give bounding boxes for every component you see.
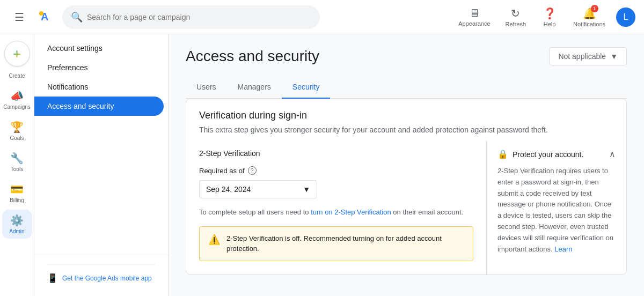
help-tooltip-icon[interactable]: ? [248, 166, 257, 175]
nav-item-preferences[interactable]: Preferences [34, 58, 164, 77]
mobile-app-link[interactable]: 📱 Get the Google Ads mobile app [47, 273, 155, 283]
lock-icon: 🔒 [497, 149, 508, 159]
notifications-button[interactable]: 🔔 1 Notifications [567, 4, 612, 31]
tools-label: Tools [11, 166, 23, 172]
tab-security[interactable]: Security [282, 76, 331, 99]
tools-icon: 🔧 [10, 152, 24, 165]
appearance-icon: 🖥 [469, 7, 480, 19]
collapse-icon[interactable]: ∧ [609, 149, 616, 159]
warning-box: ⚠️ 2-Step Verification is off. Recommend… [199, 226, 473, 261]
campaigns-icon: 📣 [10, 90, 24, 102]
verification-left: 2-Step Verification Required as of ? Sep… [186, 140, 487, 274]
tab-managers[interactable]: Managers [227, 76, 282, 99]
warning-text: 2-Step Verification is off. Recommended … [226, 233, 464, 254]
billing-icon: 💳 [10, 183, 24, 196]
notifications-label: Notifications [573, 21, 605, 27]
verification-title: Verification during sign-in [199, 110, 613, 121]
sidebar-item-admin[interactable]: ⚙️ Admin [2, 210, 32, 239]
sidebar-item-billing[interactable]: 💳 Billing [2, 179, 32, 208]
page-header: Access and security Not applicable ▼ [186, 47, 627, 65]
create-plus-icon: + [13, 46, 21, 62]
setup-text: To complete setup all users need to turn… [199, 207, 473, 218]
campaigns-label: Campaigns [3, 104, 31, 110]
nav-item-account-settings[interactable]: Account settings [34, 39, 164, 58]
hamburger-menu[interactable]: ☰ [9, 6, 30, 28]
search-icon: 🔍 [71, 11, 83, 23]
layout: + Create 📣 Campaigns 🏆 Goals 🔧 Tools 💳 B… [0, 34, 644, 296]
required-as-of-label: Required as of [199, 167, 245, 175]
nav-item-access-security[interactable]: Access and security [34, 97, 164, 116]
search-input[interactable] [87, 13, 311, 21]
required-as-of-row: Required as of ? [199, 166, 473, 175]
create-button[interactable]: + [4, 41, 30, 66]
right-title-row: 🔒 Protect your account. [497, 149, 583, 159]
two-step-label: 2-Step Verification [199, 149, 473, 158]
mobile-icon: 📱 [47, 273, 58, 283]
nav-sidebar: Account settings Preferences Notificatio… [34, 34, 169, 296]
page-title: Access and security [186, 48, 319, 65]
goals-icon: 🏆 [10, 121, 24, 134]
notifications-nav-label: Notifications [47, 83, 88, 91]
sidebar-item-campaigns[interactable]: 📣 Campaigns [2, 85, 32, 114]
preferences-label: Preferences [47, 63, 87, 72]
search-bar[interactable]: 🔍 [62, 5, 320, 29]
nav-item-notifications[interactable]: Notifications [34, 77, 164, 97]
logo: A [36, 9, 54, 26]
tabs: Users Managers Security [186, 76, 627, 99]
admin-icon: ⚙️ [10, 214, 24, 227]
learn-more-link[interactable]: Learn [554, 245, 572, 253]
account-settings-label: Account settings [47, 44, 103, 53]
notifications-icon: 🔔 1 [583, 7, 596, 20]
setup-text-before: To complete setup all users need to [199, 208, 311, 216]
verification-right: 🔒 Protect your account. ∧ 2-Step Verific… [487, 140, 626, 274]
mobile-app-label: Get the Google Ads mobile app [62, 275, 152, 282]
help-button[interactable]: ❓ Help [535, 4, 565, 31]
right-body-text: 2-Step Verification requires users to en… [497, 166, 616, 255]
topbar-actions: 🖥 Appearance ↻ Refresh ❓ Help 🔔 1 Notifi… [452, 4, 635, 31]
refresh-label: Refresh [506, 21, 526, 27]
goals-label: Goals [10, 135, 24, 141]
turn-on-2step-link[interactable]: turn on 2-Step Verification [311, 208, 391, 216]
access-security-label: Access and security [47, 102, 114, 110]
main-content: Access and security Not applicable ▼ Use… [169, 34, 644, 296]
right-title: Protect your account. [513, 150, 583, 159]
sidebar-item-create: Create [2, 69, 32, 83]
tab-users[interactable]: Users [186, 76, 227, 99]
verification-body: 2-Step Verification Required as of ? Sep… [186, 140, 626, 274]
not-applicable-label: Not applicable [558, 52, 606, 61]
verification-desc: This extra step gives you stronger secur… [199, 125, 613, 134]
left-sidebar: + Create 📣 Campaigns 🏆 Goals 🔧 Tools 💳 B… [0, 34, 34, 296]
date-dropdown[interactable]: Sep 24, 2024 ▼ [199, 180, 317, 198]
right-header: 🔒 Protect your account. ∧ [497, 149, 616, 159]
google-ads-logo-icon: A [36, 9, 54, 26]
notification-badge: 1 [591, 5, 598, 12]
help-label: Help [544, 21, 556, 27]
user-avatar[interactable]: L [616, 8, 635, 27]
sidebar-item-goals[interactable]: 🏆 Goals [2, 116, 32, 145]
dropdown-arrow-icon: ▼ [303, 185, 310, 194]
verification-header: Verification during sign-in This extra s… [186, 99, 626, 140]
topbar: ☰ A 🔍 🖥 Appearance ↻ Refresh ❓ Help 🔔 1 [0, 0, 644, 34]
nav-bottom: 📱 Get the Google Ads mobile app [34, 255, 168, 292]
help-icon: ❓ [543, 7, 557, 20]
refresh-icon: ↻ [511, 7, 520, 20]
chevron-down-icon: ▼ [610, 52, 618, 61]
admin-label: Admin [9, 228, 24, 234]
sidebar-item-tools[interactable]: 🔧 Tools [2, 147, 32, 176]
refresh-button[interactable]: ↻ Refresh [499, 4, 533, 31]
menu-icon: ☰ [14, 11, 24, 24]
date-value: Sep 24, 2024 [206, 185, 251, 194]
svg-point-2 [39, 11, 43, 16]
warning-icon: ⚠️ [208, 234, 220, 246]
setup-text-after: on their email account. [391, 208, 463, 216]
appearance-button[interactable]: 🖥 Appearance [452, 4, 496, 30]
billing-label: Billing [10, 197, 24, 203]
appearance-label: Appearance [458, 20, 490, 27]
security-content-card: Verification during sign-in This extra s… [186, 99, 627, 275]
not-applicable-dropdown[interactable]: Not applicable ▼ [549, 47, 627, 65]
